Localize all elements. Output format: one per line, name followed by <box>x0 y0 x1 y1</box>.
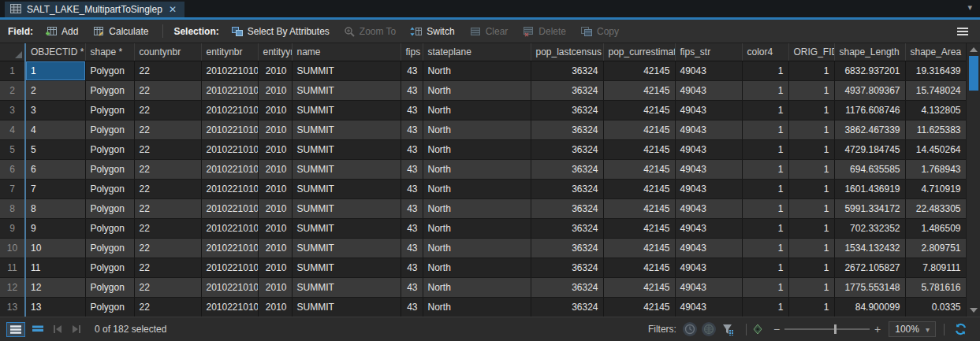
table-cell[interactable]: 1 <box>788 238 834 258</box>
table-cell[interactable]: SUMMIT <box>292 61 401 80</box>
table-cell[interactable]: 49043 <box>675 100 742 120</box>
table-cell[interactable]: 22 <box>134 139 201 159</box>
table-cell[interactable]: 1 <box>25 61 85 80</box>
switch-selection-button[interactable]: Switch <box>404 24 460 39</box>
table-cell[interactable]: 36324 <box>531 100 603 120</box>
table-cell[interactable]: 11 <box>25 258 85 277</box>
table-cell[interactable]: SUMMIT <box>292 258 401 277</box>
row-number[interactable]: 10 <box>0 238 25 258</box>
table-cell[interactable]: 4.710919 <box>905 179 966 198</box>
filter-definition-button[interactable] <box>721 322 736 337</box>
table-cell[interactable]: 1 <box>742 100 788 120</box>
table-cell[interactable]: 36324 <box>531 120 603 139</box>
table-cell[interactable]: 22 <box>134 80 201 100</box>
table-cell[interactable]: 1 <box>742 258 788 277</box>
table-cell[interactable]: 36324 <box>531 80 603 100</box>
table-cell[interactable]: 43 <box>401 297 423 317</box>
row-number[interactable]: 4 <box>0 120 25 139</box>
table-cell[interactable]: 2010 <box>258 297 292 317</box>
table-cell[interactable]: 1176.608746 <box>834 100 905 120</box>
table-cell[interactable]: SUMMIT <box>292 277 401 297</box>
table-cell[interactable]: North <box>423 258 531 277</box>
column-header[interactable]: entityyr <box>258 43 292 61</box>
table-cell[interactable]: North <box>423 139 531 159</box>
table-cell[interactable]: North <box>423 297 531 317</box>
table-cell[interactable]: 42145 <box>603 179 675 198</box>
table-cell[interactable]: 1534.132432 <box>834 238 905 258</box>
clear-selection-button[interactable]: Clear <box>464 24 514 39</box>
table-cell[interactable]: 4.132805 <box>905 100 966 120</box>
table-cell[interactable]: 5991.334172 <box>834 198 905 218</box>
table-cell[interactable]: 6832.937201 <box>834 61 905 80</box>
zoom-in-button[interactable]: + <box>870 323 885 335</box>
table-cell[interactable]: 22 <box>134 297 201 317</box>
table-cell[interactable]: Polygon <box>85 258 134 277</box>
table-cell[interactable]: 9 <box>25 218 85 238</box>
table-cell[interactable]: 43 <box>401 120 423 139</box>
table-cell[interactable]: 22 <box>134 198 201 218</box>
table-cell[interactable]: 42145 <box>603 238 675 258</box>
table-cell[interactable]: 19.316439 <box>905 61 966 80</box>
table-cell[interactable]: 1 <box>788 159 834 179</box>
table-cell[interactable]: 2.809751 <box>905 238 966 258</box>
table-cell[interactable]: 2010221010 <box>201 61 258 80</box>
row-number[interactable]: 1 <box>0 61 25 80</box>
table-cell[interactable]: 43 <box>401 277 423 297</box>
select-by-attributes-button[interactable]: Select By Attributes <box>225 24 335 39</box>
column-header[interactable]: pop_lastcensus <box>531 43 603 61</box>
tab-attribute-table[interactable]: SALT_LAKE_MultipartToSinglep ✕ <box>5 2 184 17</box>
table-cell[interactable]: 2010 <box>258 80 292 100</box>
table-cell[interactable]: 22 <box>134 277 201 297</box>
time-filter-button[interactable] <box>683 322 697 336</box>
table-cell[interactable]: North <box>423 179 531 198</box>
table-cell[interactable]: 2010 <box>258 277 292 297</box>
scrollbar-track[interactable] <box>967 56 980 304</box>
table-cell[interactable]: 1 <box>742 198 788 218</box>
table-cell[interactable]: Polygon <box>85 179 134 198</box>
table-cell[interactable]: 49043 <box>675 198 742 218</box>
table-cell[interactable]: SUMMIT <box>292 179 401 198</box>
table-cell[interactable]: 2672.105827 <box>834 258 905 277</box>
table-cell[interactable]: 42145 <box>603 80 675 100</box>
table-cell[interactable]: 1 <box>788 218 834 238</box>
zoom-slider-thumb[interactable] <box>834 324 837 334</box>
table-cell[interactable]: 36324 <box>531 258 603 277</box>
column-header[interactable]: OBJECTID * <box>25 43 85 61</box>
table-cell[interactable]: 1775.553148 <box>834 277 905 297</box>
table-cell[interactable]: 4 <box>25 120 85 139</box>
table-cell[interactable]: 1 <box>742 61 788 80</box>
table-cell[interactable]: Polygon <box>85 80 134 100</box>
column-header[interactable]: shape * <box>85 43 134 61</box>
table-cell[interactable]: North <box>423 238 531 258</box>
table-cell[interactable]: 5.781616 <box>905 277 966 297</box>
table-cell[interactable]: Polygon <box>85 297 134 317</box>
table-cell[interactable]: 12 <box>25 277 85 297</box>
table-cell[interactable]: 4729.184745 <box>834 139 905 159</box>
zoom-to-button[interactable]: Zoom To <box>338 24 401 39</box>
column-header[interactable]: ORIG_FID <box>788 43 834 61</box>
table-cell[interactable]: Polygon <box>85 159 134 179</box>
table-cell[interactable]: 36324 <box>531 61 603 80</box>
table-cell[interactable]: 1 <box>788 297 834 317</box>
table-cell[interactable]: 36324 <box>531 218 603 238</box>
table-menu-button[interactable] <box>952 24 974 39</box>
column-header[interactable]: pop_currestimate <box>603 43 675 61</box>
table-cell[interactable]: 1 <box>742 139 788 159</box>
table-cell[interactable]: 1 <box>788 198 834 218</box>
table-cell[interactable]: 49043 <box>675 218 742 238</box>
table-cell[interactable]: 36324 <box>531 238 603 258</box>
table-cell[interactable]: 0.0335 <box>905 297 966 317</box>
table-cell[interactable]: 36324 <box>531 179 603 198</box>
table-cell[interactable]: 49043 <box>675 80 742 100</box>
table-cell[interactable]: 1601.436919 <box>834 179 905 198</box>
table-cell[interactable]: 5 <box>25 139 85 159</box>
show-all-records-button[interactable] <box>6 322 25 337</box>
table-cell[interactable]: 42145 <box>603 120 675 139</box>
column-header[interactable]: shape_Length <box>834 43 905 61</box>
table-cell[interactable]: 2010 <box>258 198 292 218</box>
table-cell[interactable]: 49043 <box>675 139 742 159</box>
show-selected-records-button[interactable] <box>30 323 46 336</box>
table-cell[interactable]: 1 <box>788 61 834 80</box>
table-cell[interactable]: 43 <box>401 198 423 218</box>
refresh-button[interactable] <box>952 321 969 337</box>
